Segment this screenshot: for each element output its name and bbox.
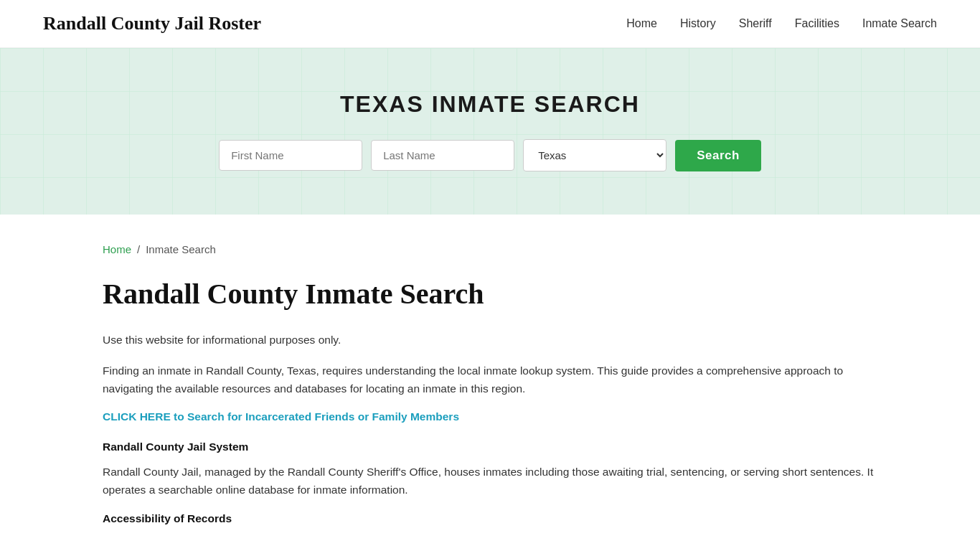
- site-title: Randall County Jail Roster: [43, 13, 261, 34]
- search-form: TexasAlabamaAlaskaArizonaArkansasCalifor…: [14, 139, 966, 171]
- breadcrumb-home[interactable]: Home: [103, 243, 131, 255]
- section1-heading: Randall County Jail System: [103, 441, 877, 453]
- page-heading: Randall County Inmate Search: [103, 277, 877, 311]
- breadcrumb-current: Inmate Search: [146, 243, 216, 255]
- main-nav: Home History Sheriff Facilities Inmate S…: [626, 17, 937, 30]
- main-content: Home / Inmate Search Randall County Inma…: [60, 215, 920, 551]
- nav-history[interactable]: History: [680, 17, 716, 30]
- nav-facilities[interactable]: Facilities: [795, 17, 839, 30]
- state-select[interactable]: TexasAlabamaAlaskaArizonaArkansasCalifor…: [523, 139, 666, 171]
- nav-home[interactable]: Home: [626, 17, 657, 30]
- nav-sheriff[interactable]: Sheriff: [739, 17, 772, 30]
- search-button[interactable]: Search: [675, 140, 761, 171]
- section1-text: Randall County Jail, managed by the Rand…: [103, 463, 877, 499]
- cta-link[interactable]: CLICK HERE to Search for Incarcerated Fr…: [103, 410, 877, 423]
- hero-section: TEXAS INMATE SEARCH TexasAlabamaAlaskaAr…: [0, 48, 980, 215]
- first-name-input[interactable]: [219, 140, 362, 171]
- last-name-input[interactable]: [371, 140, 514, 171]
- intro-text: Use this website for informational purpo…: [103, 331, 877, 349]
- body-text: Finding an inmate in Randall County, Tex…: [103, 362, 877, 398]
- site-header: Randall County Jail Roster Home History …: [0, 0, 980, 48]
- hero-title: TEXAS INMATE SEARCH: [14, 91, 966, 118]
- breadcrumb: Home / Inmate Search: [103, 243, 877, 255]
- section2-heading: Accessibility of Records: [103, 512, 877, 525]
- breadcrumb-separator: /: [137, 243, 140, 255]
- nav-inmate-search[interactable]: Inmate Search: [862, 17, 937, 30]
